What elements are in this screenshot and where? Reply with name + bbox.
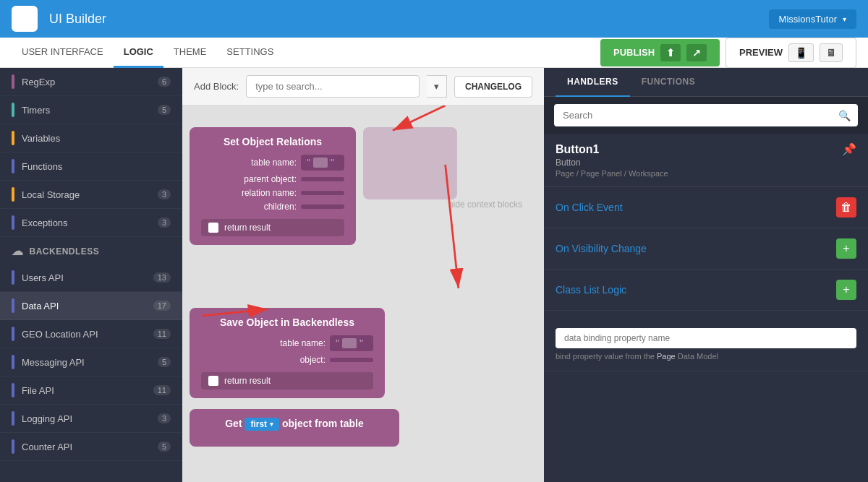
return-checkbox[interactable] bbox=[208, 223, 218, 233]
handler-delete-button[interactable]: 🗑 bbox=[836, 197, 856, 218]
publish-button[interactable]: PUBLISH ⬆ ↗ bbox=[600, 39, 720, 66]
handler-on-click[interactable]: On Click Event 🗑 bbox=[544, 187, 868, 228]
block-input-children[interactable] bbox=[301, 205, 344, 209]
sidebar-item-local-storage[interactable]: Local Storage 3 bbox=[0, 181, 182, 209]
block-input-object[interactable] bbox=[330, 358, 373, 362]
block-return-save: return result bbox=[201, 372, 373, 390]
handler-class-list[interactable]: Class List Logic + bbox=[544, 270, 868, 311]
block-title: Set Object Relations bbox=[201, 136, 344, 147]
block-row-object: object: bbox=[201, 355, 373, 365]
main-content: Add Block: ▾ CHANGELOG Set Object Relati… bbox=[182, 68, 544, 482]
cloud-icon: ☁ bbox=[12, 244, 24, 258]
sidebar-dot bbox=[12, 355, 14, 369]
block-row-parent: parent object: bbox=[201, 174, 344, 184]
sidebar-dot bbox=[12, 131, 14, 145]
block-input-table[interactable]: " " bbox=[301, 155, 344, 171]
handler-on-visibility[interactable]: On Visibility Change + bbox=[544, 228, 868, 270]
block-get-object[interactable]: Get first ▾ object from table bbox=[190, 409, 399, 447]
sidebar-section-backendless: ☁ BACKENDLESS bbox=[0, 237, 182, 264]
sidebar-item-regexp[interactable]: RegExp 6 bbox=[0, 68, 182, 96]
block-set-object-relations[interactable]: Set Object Relations table name: " " par… bbox=[190, 127, 356, 245]
block-input-parent[interactable] bbox=[301, 177, 344, 181]
block-return-set: return result bbox=[201, 219, 344, 236]
sidebar-item-logging[interactable]: Logging API 3 bbox=[0, 405, 182, 433]
nav-settings[interactable]: SETTINGS bbox=[216, 38, 284, 68]
right-panel: HANDLERS FUNCTIONS 🔍 Button1 📌 Button Pa… bbox=[544, 68, 868, 482]
sidebar-item-users-api[interactable]: Users API 13 bbox=[0, 264, 182, 292]
component-type: Button bbox=[556, 158, 856, 168]
block-input-save-table[interactable]: " " bbox=[330, 335, 373, 351]
nav-logic[interactable]: LOGIC bbox=[114, 38, 163, 68]
sidebar-dot bbox=[12, 74, 14, 89]
top-header: UI Builder MissionsTutor ▾ bbox=[0, 0, 868, 38]
add-block-label: Add Block: bbox=[194, 81, 239, 92]
nav-bar: USER INTERFACE LOGIC THEME SETTINGS PUBL… bbox=[0, 38, 868, 68]
data-binding-input[interactable] bbox=[556, 328, 856, 348]
sidebar-dot bbox=[12, 411, 14, 426]
tab-functions[interactable]: FUNCTIONS bbox=[630, 68, 707, 97]
nav-user-interface[interactable]: USER INTERFACE bbox=[12, 38, 114, 68]
block-save-object[interactable]: Save Object in Backendless table name: "… bbox=[190, 308, 385, 398]
sidebar-dot bbox=[12, 298, 14, 313]
tab-handlers[interactable]: HANDLERS bbox=[556, 68, 630, 97]
component-name-row: Button1 📌 bbox=[556, 142, 856, 156]
sidebar-item-file-api[interactable]: File API 11 bbox=[0, 376, 182, 405]
block-faded-data bbox=[363, 127, 457, 199]
sidebar-dot bbox=[12, 327, 14, 341]
app-title: UI Builder bbox=[49, 12, 769, 27]
preview-mobile-icon[interactable]: 📱 bbox=[788, 43, 814, 62]
sidebar-item-exceptions[interactable]: Exceptions 3 bbox=[0, 209, 182, 237]
publish-upload-icon[interactable]: ⬆ bbox=[660, 44, 681, 61]
right-panel-tabs: HANDLERS FUNCTIONS bbox=[544, 68, 868, 97]
sidebar-item-timers[interactable]: Timers 5 bbox=[0, 96, 182, 124]
canvas-area[interactable]: Set Object Relations table name: " " par… bbox=[182, 106, 544, 482]
handlers-search-input[interactable] bbox=[554, 104, 858, 126]
sidebar-item-data-api[interactable]: Data API 17 bbox=[0, 292, 182, 320]
sidebar-dot bbox=[12, 383, 14, 397]
block-row-relation: relation name: bbox=[201, 188, 344, 198]
nav-theme[interactable]: THEME bbox=[163, 38, 217, 68]
return-checkbox-save[interactable] bbox=[208, 376, 218, 386]
sidebar-dot bbox=[12, 159, 14, 173]
component-path: Page / Page Panel / Workspace bbox=[556, 169, 856, 178]
logo-icon[interactable] bbox=[12, 6, 38, 32]
sidebar-item-functions[interactable]: Functions bbox=[0, 152, 182, 181]
sidebar-dot bbox=[12, 215, 14, 230]
sidebar-dot bbox=[12, 103, 14, 117]
pin-icon[interactable]: 📌 bbox=[842, 142, 856, 156]
sidebar-item-messaging[interactable]: Messaging API 5 bbox=[0, 348, 182, 376]
sidebar-dot bbox=[12, 187, 14, 202]
publish-external-icon[interactable]: ↗ bbox=[686, 44, 707, 61]
data-binding-hint: bind property value from the Page Data M… bbox=[556, 352, 856, 361]
changelog-button[interactable]: CHANGELOG bbox=[454, 76, 532, 98]
first-badge[interactable]: first ▾ bbox=[244, 418, 279, 431]
sidebar-item-counter-api[interactable]: Counter API 5 bbox=[0, 433, 182, 461]
user-name: MissionsTutor bbox=[779, 14, 837, 25]
block-title-get: Get first ▾ object from table bbox=[201, 418, 388, 431]
handler-add-class-list-button[interactable]: + bbox=[836, 280, 856, 300]
block-row-save-table: table name: " " bbox=[201, 335, 373, 351]
data-binding-section: bind property value from the Page Data M… bbox=[544, 311, 868, 371]
chevron-down-icon: ▾ bbox=[843, 15, 846, 23]
data-model-name: Page bbox=[657, 352, 676, 361]
sidebar-item-variables[interactable]: Variables bbox=[0, 124, 182, 152]
block-input-relation[interactable] bbox=[301, 191, 344, 195]
component-name-text: Button1 bbox=[556, 143, 599, 156]
sidebar-dot bbox=[12, 270, 14, 285]
user-menu[interactable]: MissionsTutor ▾ bbox=[769, 9, 856, 29]
block-title-save: Save Object in Backendless bbox=[201, 317, 373, 328]
preview-button[interactable]: PREVIEW 📱 🖥 bbox=[726, 38, 856, 68]
search-wrap: 🔍 bbox=[554, 104, 858, 126]
search-icon: 🔍 bbox=[838, 110, 851, 121]
hide-context-text[interactable]: hide context blocks bbox=[448, 199, 522, 210]
preview-desktop-icon[interactable]: 🖥 bbox=[820, 43, 843, 62]
sidebar-item-geo-location[interactable]: GEO Location API 11 bbox=[0, 320, 182, 348]
add-block-dropdown[interactable]: ▾ bbox=[427, 75, 447, 98]
add-block-bar: Add Block: ▾ CHANGELOG bbox=[182, 68, 544, 106]
right-search-area: 🔍 bbox=[544, 97, 868, 134]
badge-chevron-icon: ▾ bbox=[270, 421, 273, 428]
add-block-input[interactable] bbox=[246, 75, 420, 98]
handler-add-visibility-button[interactable]: + bbox=[836, 238, 856, 259]
component-info: Button1 📌 Button Page / Page Panel / Wor… bbox=[544, 134, 868, 187]
block-row-table: table name: " " bbox=[201, 155, 344, 171]
